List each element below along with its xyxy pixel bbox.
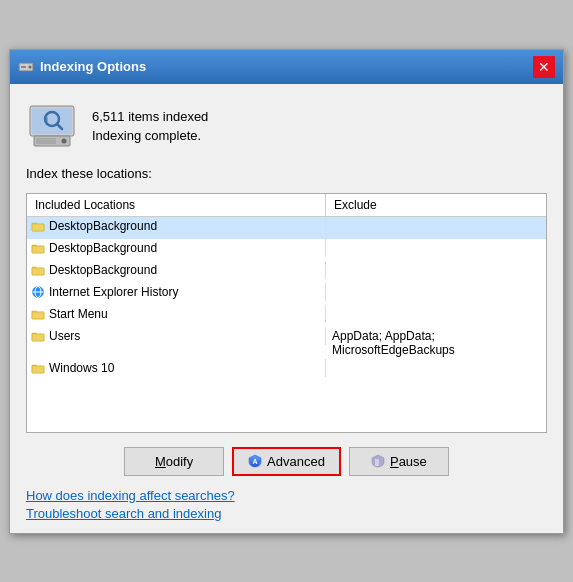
title-bar-left: Indexing Options: [18, 59, 146, 75]
window-icon: [18, 59, 34, 75]
pause-button[interactable]: || Pause: [349, 447, 449, 476]
locations-table: Included Locations Exclude DesktopBackgr…: [26, 193, 547, 433]
svg-rect-3: [21, 66, 26, 68]
cell-included: Windows 10: [27, 359, 326, 377]
header-info: 6,511 items indexed Indexing complete.: [92, 109, 208, 143]
ie-icon: [31, 285, 45, 299]
cell-exclude: [326, 261, 546, 265]
svg-rect-12: [32, 224, 44, 231]
cell-included: DesktopBackground: [27, 239, 326, 257]
svg-point-2: [29, 65, 32, 68]
folder-icon: [31, 362, 45, 374]
folder-icon: [31, 308, 45, 320]
indexing-status: Indexing complete.: [92, 128, 208, 143]
cell-exclude: [326, 359, 546, 363]
col-exclude-header: Exclude: [326, 194, 546, 216]
table-row[interactable]: Windows 10: [27, 359, 546, 381]
svg-rect-20: [32, 366, 44, 373]
troubleshoot-link[interactable]: Troubleshoot search and indexing: [26, 506, 547, 521]
cell-exclude-users: AppData; AppData; MicrosoftEdgeBackups: [326, 327, 546, 359]
title-bar: Indexing Options ✕: [10, 50, 563, 84]
items-count: 6,511 items indexed: [92, 109, 208, 124]
close-button[interactable]: ✕: [533, 56, 555, 78]
modify-button[interactable]: Modify: [124, 447, 224, 476]
svg-rect-19: [32, 334, 44, 341]
svg-point-8: [62, 138, 67, 143]
buttons-row: Modify A Advanced: [26, 447, 547, 476]
folder-icon: [31, 264, 45, 276]
folder-icon: [31, 242, 45, 254]
shield-pause-icon: ||: [371, 454, 385, 468]
cell-exclude: [326, 283, 546, 287]
advanced-button[interactable]: A Advanced: [232, 447, 341, 476]
table-row[interactable]: DesktopBackground: [27, 261, 546, 283]
cell-included: Users: [27, 327, 326, 345]
section-label: Index these locations:: [26, 166, 547, 181]
folder-icon: [31, 220, 45, 232]
cell-included: DesktopBackground: [27, 261, 326, 279]
folder-icon: [31, 330, 45, 342]
cell-included: Internet Explorer History: [27, 283, 326, 301]
cell-included: Start Menu: [27, 305, 326, 323]
svg-rect-13: [32, 246, 44, 253]
svg-text:i: i: [46, 116, 48, 123]
table-row[interactable]: Users AppData; AppData; MicrosoftEdgeBac…: [27, 327, 546, 359]
table-row[interactable]: DesktopBackground: [27, 217, 546, 239]
cell-included: DesktopBackground: [27, 217, 326, 235]
svg-rect-7: [36, 138, 56, 144]
table-row[interactable]: DesktopBackground: [27, 239, 546, 261]
cell-exclude: [326, 239, 546, 243]
table-row[interactable]: Internet Explorer History: [27, 283, 546, 305]
hdd-icon: i: [26, 100, 78, 152]
cell-exclude: [326, 217, 546, 221]
window-body: i 6,511 items indexed Indexing complete.…: [10, 84, 563, 533]
svg-rect-18: [32, 312, 44, 319]
indexing-options-window: Indexing Options ✕ i 6,511 items indexed: [9, 49, 564, 534]
cell-exclude: [326, 305, 546, 309]
links-section: How does indexing affect searches? Troub…: [26, 488, 547, 521]
window-title: Indexing Options: [40, 59, 146, 74]
table-row[interactable]: Start Menu: [27, 305, 546, 327]
col-included-header: Included Locations: [27, 194, 326, 216]
header-section: i 6,511 items indexed Indexing complete.: [26, 100, 547, 152]
table-body: DesktopBackground DesktopBackground: [27, 217, 546, 381]
shield-icon: A: [248, 454, 262, 468]
advanced-label: Advanced: [267, 454, 325, 469]
svg-text:A: A: [253, 458, 258, 465]
table-header: Included Locations Exclude: [27, 194, 546, 217]
svg-rect-14: [32, 268, 44, 275]
indexing-help-link[interactable]: How does indexing affect searches?: [26, 488, 547, 503]
svg-text:||: ||: [375, 458, 379, 466]
